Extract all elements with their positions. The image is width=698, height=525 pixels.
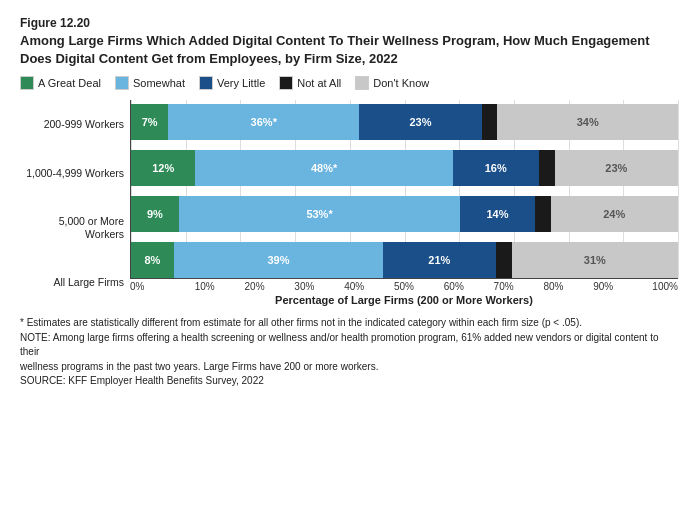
bar-row: 8%39%21%31% (131, 242, 678, 278)
bar-segment-not-at-all (482, 104, 498, 140)
legend-item-great-deal: A Great Deal (20, 76, 101, 90)
legend-label-very-little: Very Little (217, 77, 265, 89)
x-axis-label: 40% (329, 281, 379, 292)
bar-segment-very-little: 23% (359, 104, 481, 140)
legend-swatch-very-little (199, 76, 213, 90)
bar-segment-dont-know: 24% (551, 196, 678, 232)
bar-segment-great-deal: 8% (131, 242, 174, 278)
x-axis-label: 60% (429, 281, 479, 292)
bar-segment-not-at-all (535, 196, 551, 232)
x-axis-label: 0% (130, 281, 180, 292)
bar-segment-somewhat: 39% (174, 242, 383, 278)
y-label: All Large Firms (20, 276, 124, 289)
bar-segment-great-deal: 7% (131, 104, 168, 140)
bar-segment-somewhat: 48%* (195, 150, 452, 186)
footnote: SOURCE: KFF Employer Health Benefits Sur… (20, 374, 678, 389)
y-label: 200-999 Workers (20, 118, 124, 131)
legend-item-dont-know: Don't Know (355, 76, 429, 90)
y-label: 5,000 or More Workers (20, 215, 124, 240)
bar-segment-somewhat: 36%* (168, 104, 359, 140)
bar-row: 9%53%*14%24% (131, 196, 678, 232)
legend-swatch-dont-know (355, 76, 369, 90)
bar-segment-not-at-all (539, 150, 555, 186)
x-axis-label: 20% (230, 281, 280, 292)
bar-segment-dont-know: 34% (497, 104, 678, 140)
legend-item-not-at-all: Not at All (279, 76, 341, 90)
bar-segment-great-deal: 9% (131, 196, 179, 232)
x-axis-label: 70% (479, 281, 529, 292)
bar-segment-very-little: 21% (383, 242, 496, 278)
x-axis-title: Percentage of Large Firms (200 or More W… (130, 294, 678, 306)
x-axis-label: 50% (379, 281, 429, 292)
footnote: NOTE: Among large firms offering a healt… (20, 331, 678, 360)
x-axis-label: 30% (279, 281, 329, 292)
bar-segment-dont-know: 23% (555, 150, 678, 186)
legend-swatch-somewhat (115, 76, 129, 90)
legend-label-not-at-all: Not at All (297, 77, 341, 89)
figure-label: Figure 12.20 (20, 16, 678, 30)
legend-item-somewhat: Somewhat (115, 76, 185, 90)
bar-segment-very-little: 16% (453, 150, 539, 186)
bar-segment-dont-know: 31% (512, 242, 678, 278)
bar-row: 7%36%*23%34% (131, 104, 678, 140)
bar-segment-somewhat: 53%* (179, 196, 460, 232)
x-axis-label: 100% (628, 281, 678, 292)
legend-label-somewhat: Somewhat (133, 77, 185, 89)
x-axis-label: 80% (529, 281, 579, 292)
legend: A Great DealSomewhatVery LittleNot at Al… (20, 76, 678, 90)
legend-swatch-great-deal (20, 76, 34, 90)
footnote: wellness programs in the past two years.… (20, 360, 678, 375)
bar-row: 12%48%*16%23% (131, 150, 678, 186)
bar-segment-very-little: 14% (460, 196, 534, 232)
gridline (678, 100, 679, 278)
bar-segment-great-deal: 12% (131, 150, 195, 186)
legend-label-great-deal: A Great Deal (38, 77, 101, 89)
footnote: * Estimates are statistically different … (20, 316, 678, 331)
legend-label-dont-know: Don't Know (373, 77, 429, 89)
bar-segment-not-at-all (496, 242, 512, 278)
x-axis-label: 10% (180, 281, 230, 292)
y-label: 1,000-4,999 Workers (20, 167, 124, 180)
x-axis-label: 90% (578, 281, 628, 292)
legend-swatch-not-at-all (279, 76, 293, 90)
legend-item-very-little: Very Little (199, 76, 265, 90)
figure-title: Among Large Firms Which Added Digital Co… (20, 32, 678, 68)
